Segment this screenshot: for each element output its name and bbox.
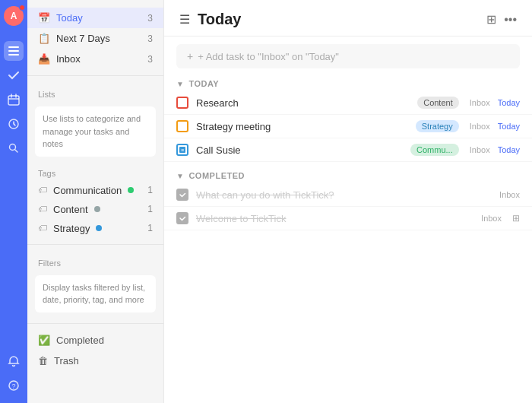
completed-chevron[interactable]: ▼: [176, 172, 184, 180]
task-row-ticktick1[interactable]: What can you do with TickTick? Inbox: [164, 183, 532, 207]
task-checkbox-research[interactable]: [176, 97, 188, 109]
add-icon: +: [187, 50, 193, 62]
next7-icon: 📋: [38, 33, 50, 44]
task-tags-susie: Commu...: [410, 144, 459, 156]
nav-icon-search[interactable]: [4, 138, 24, 158]
sidebar-item-completed[interactable]: ✅ Completed: [27, 330, 163, 351]
tag-pill-commu: Commu...: [410, 144, 459, 156]
nav-icon-check[interactable]: [4, 65, 24, 85]
next7-count: 3: [147, 33, 153, 44]
sidebar-label-today: Today: [56, 12, 141, 24]
more-options-icon[interactable]: •••: [504, 13, 517, 27]
task-checkbox-ticktick2[interactable]: [176, 212, 188, 224]
sidebar-item-next7[interactable]: 📋 Next 7 Days 3: [27, 28, 163, 49]
ticktick2-icon: ⊞: [512, 213, 520, 224]
tag-dot-content: [94, 206, 100, 212]
task-name-call-susie: Call Susie: [196, 144, 403, 156]
tag-count-communication: 1: [147, 185, 153, 195]
sidebar-label-inbox: Inbox: [56, 53, 141, 65]
sidebar-item-inbox[interactable]: 📥 Inbox 3: [27, 49, 163, 69]
tag-item-communication[interactable]: 🏷 Communication 1: [27, 181, 163, 200]
main-header: ☰ Today ⊞ •••: [164, 0, 532, 36]
task-name-ticktick1: What can you do with TickTick?: [196, 189, 489, 201]
tag-dot-communication: [128, 187, 134, 193]
task-checkbox-susie[interactable]: ≡: [176, 144, 188, 156]
tag-count-strategy: 1: [147, 223, 153, 233]
svg-rect-3: [8, 96, 19, 105]
add-task-label: + Add task to "Inbox" on "Today": [198, 51, 339, 62]
divider-filters: [27, 244, 163, 245]
tag-count-content: 1: [147, 204, 153, 214]
task-tags-strategy: Strategy: [416, 120, 459, 132]
tag-icon-communication: 🏷: [38, 185, 47, 195]
trash-label: Trash: [54, 355, 79, 367]
main-content: ☰ Today ⊞ ••• + + Add task to "Inbox" on…: [164, 0, 532, 403]
inbox-count: 3: [147, 54, 153, 65]
main-actions: ⊞ •••: [486, 12, 517, 27]
task-list-research: Inbox: [470, 98, 490, 107]
task-row-strategy-meeting[interactable]: Strategy meeting Strategy Inbox Today: [164, 115, 532, 138]
divider-bottom: [27, 323, 163, 324]
section-header-completed: ▼ COMPLETED: [164, 168, 532, 183]
svg-point-5: [10, 144, 16, 151]
task-checkbox-ticktick1[interactable]: [176, 189, 188, 201]
nav-icon-bell[interactable]: [4, 351, 24, 371]
svg-text:≡: ≡: [181, 148, 184, 153]
nav-icon-calendar[interactable]: [4, 90, 24, 109]
svg-rect-1: [8, 50, 19, 52]
today-section-label: TODAY: [188, 79, 219, 88]
tag-pill-content: Content: [417, 97, 459, 109]
tag-dot-strategy: [96, 225, 102, 231]
sidebar: 📅 Today 3 📋 Next 7 Days 3 📥 Inbox 3 List…: [27, 0, 164, 403]
nav-icon-checklist[interactable]: [4, 41, 24, 61]
nav-icon-clock[interactable]: [4, 114, 24, 134]
tag-item-strategy[interactable]: 🏷 Strategy 1: [27, 219, 163, 238]
today-chevron[interactable]: ▼: [176, 80, 184, 88]
sidebar-item-trash[interactable]: 🗑 Trash: [27, 351, 163, 371]
filters-info-box: Display tasks filtered by list, date, pr…: [35, 275, 156, 313]
lists-section-label: Lists: [27, 82, 163, 102]
filters-section-label: Filters: [27, 251, 163, 271]
svg-rect-2: [8, 54, 19, 56]
inbox-icon: 📥: [38, 53, 50, 65]
task-list-ticktick2: Inbox: [481, 214, 502, 223]
section-header-today: ▼ TODAY: [164, 76, 532, 91]
svg-text:?: ?: [11, 382, 15, 390]
task-checkbox-strategy[interactable]: [176, 120, 188, 132]
task-name-ticktick2: Welcome to TickTick: [196, 213, 470, 224]
completed-section-label: COMPLETED: [188, 171, 245, 180]
svg-rect-0: [8, 46, 19, 48]
tags-section-label: Tags: [27, 161, 163, 181]
icon-bar: A ?: [0, 0, 27, 403]
tag-pill-strategy: Strategy: [416, 120, 459, 132]
tag-icon-strategy: 🏷: [38, 223, 47, 233]
task-row-research[interactable]: Research Content Inbox Today: [164, 91, 532, 115]
view-options-icon[interactable]: ⊞: [486, 12, 496, 27]
task-name-strategy-meeting: Strategy meeting: [196, 121, 408, 132]
sidebar-item-today[interactable]: 📅 Today 3: [27, 8, 163, 28]
task-list-susie: Inbox: [470, 145, 490, 154]
sidebar-label-next7: Next 7 Days: [56, 33, 141, 44]
trash-icon: 🗑: [38, 355, 48, 367]
notification-badge: [19, 5, 25, 11]
tag-label-content: Content: [53, 204, 88, 215]
main-title: Today: [198, 11, 486, 28]
task-list-strategy: Inbox: [470, 122, 490, 131]
task-date-strategy: Today: [498, 122, 520, 131]
task-list-ticktick1: Inbox: [499, 190, 520, 199]
menu-icon[interactable]: ☰: [179, 12, 190, 27]
task-name-research: Research: [196, 97, 410, 109]
tag-item-content[interactable]: 🏷 Content 1: [27, 200, 163, 219]
nav-icon-help[interactable]: ?: [4, 376, 24, 395]
add-task-bar[interactable]: + + Add task to "Inbox" on "Today": [176, 44, 520, 68]
today-icon: 📅: [38, 12, 50, 24]
today-count: 3: [147, 13, 153, 24]
tag-label-communication: Communication: [53, 185, 122, 196]
task-date-susie: Today: [498, 145, 520, 154]
avatar[interactable]: A: [4, 6, 24, 26]
task-row-ticktick2[interactable]: Welcome to TickTick Inbox ⊞: [164, 207, 532, 230]
completed-label: Completed: [56, 335, 104, 346]
task-date-research: Today: [498, 98, 520, 107]
task-row-call-susie[interactable]: ≡ Call Susie Commu... Inbox Today: [164, 138, 532, 162]
completed-icon: ✅: [38, 335, 50, 346]
